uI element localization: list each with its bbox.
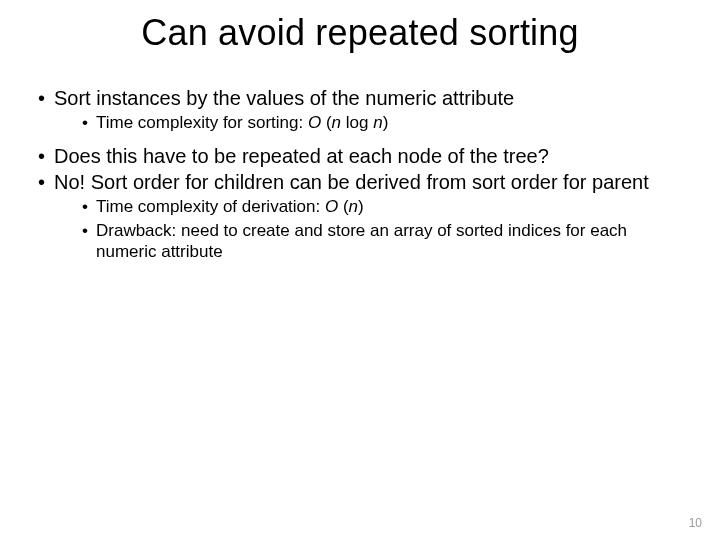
bullet-text: No! Sort order for children can be deriv… [54, 171, 649, 193]
bullet-level1: Sort instances by the values of the nume… [38, 86, 682, 134]
slide-body: Sort instances by the values of the nume… [38, 86, 682, 272]
bullet-list: Sort instances by the values of the nume… [38, 86, 682, 262]
bullet-level1: No! Sort order for children can be deriv… [38, 170, 682, 262]
page-number: 10 [689, 516, 702, 530]
slide: Can avoid repeated sorting Sort instance… [0, 0, 720, 540]
bullet-text: Drawback: need to create and store an ar… [96, 221, 627, 261]
bullet-text: ) [358, 197, 364, 216]
bullet-level2: Time complexity of derivation: O (n) [82, 196, 682, 217]
bullet-text-italic: n [332, 113, 341, 132]
bullet-text: ) [383, 113, 389, 132]
bullet-text: Time complexity for sorting: [96, 113, 308, 132]
bullet-level2: Time complexity for sorting: O (n log n) [82, 112, 682, 133]
bullet-text-italic: O [325, 197, 343, 216]
bullet-level1: Does this have to be repeated at each no… [38, 144, 682, 168]
bullet-level2: Drawback: need to create and store an ar… [82, 220, 682, 263]
bullet-text-italic: n [373, 113, 382, 132]
bullet-text: Does this have to be repeated at each no… [54, 145, 549, 167]
bullet-text: Sort instances by the values of the nume… [54, 87, 514, 109]
bullet-sublist: Time complexity for sorting: O (n log n) [54, 112, 682, 133]
bullet-text: Time complexity of derivation: [96, 197, 325, 216]
bullet-text-italic: O [308, 113, 326, 132]
bullet-text: log [341, 113, 373, 132]
bullet-sublist: Time complexity of derivation: O (n) Dra… [54, 196, 682, 262]
bullet-text-italic: n [349, 197, 358, 216]
slide-title: Can avoid repeated sorting [0, 12, 720, 54]
